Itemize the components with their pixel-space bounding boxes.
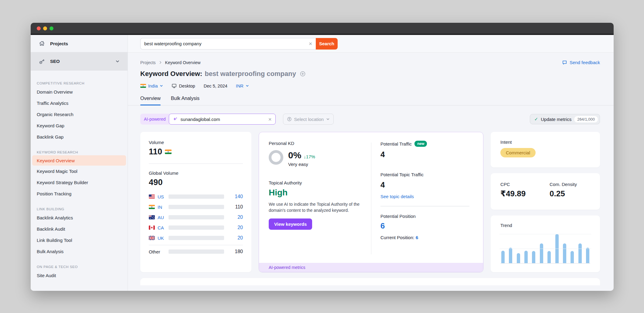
search-button[interactable]: Search bbox=[316, 38, 338, 50]
volume-bar-track bbox=[169, 225, 224, 230]
in-flag-icon bbox=[149, 205, 155, 209]
chevron-down-icon bbox=[160, 84, 163, 88]
trend-bar bbox=[501, 251, 505, 263]
window-titlebar bbox=[31, 23, 614, 34]
country-volume-value[interactable]: 140 bbox=[230, 194, 243, 199]
report-settings-row: India Desktop Dec 5, 2024 INR bbox=[140, 83, 614, 88]
sparkles-icon bbox=[173, 117, 178, 122]
country-selector[interactable]: India bbox=[140, 84, 163, 88]
us-flag-icon bbox=[149, 194, 155, 199]
send-feedback-link[interactable]: Send feedback bbox=[562, 60, 600, 65]
sidebar-item-keyword-magic-tool[interactable]: Keyword Magic Tool bbox=[31, 166, 128, 177]
main-area: × Search Projects Keyword Overview Send … bbox=[128, 35, 614, 291]
sidebar-item-traffic-analytics[interactable]: Traffic Analytics bbox=[31, 98, 128, 109]
domain-input[interactable] bbox=[178, 117, 268, 122]
potential-traffic-value: 4 bbox=[380, 150, 483, 159]
location-select[interactable]: Select location bbox=[283, 114, 334, 125]
update-metrics-button[interactable]: ✓ Update metrics 264/1,000 bbox=[530, 114, 600, 124]
feedback-bubble-icon bbox=[562, 60, 567, 65]
domain-input-box: × bbox=[169, 114, 276, 125]
sidebar-item-keyword-overview[interactable]: Keyword Overview bbox=[32, 155, 126, 166]
page-title: Keyword Overview: best waterproofing com… bbox=[140, 70, 600, 78]
sidebar-item-keyword-gap[interactable]: Keyword Gap bbox=[31, 120, 128, 131]
country-code[interactable]: US bbox=[158, 194, 169, 199]
check-icon: ✓ bbox=[534, 116, 538, 122]
breadcrumb-separator-icon bbox=[159, 61, 162, 64]
sidebar-item-bulk-analysis[interactable]: Bulk Analysis bbox=[31, 246, 128, 257]
keyword-search-input[interactable] bbox=[141, 41, 305, 46]
uk-flag-icon bbox=[149, 236, 155, 240]
sidebar-seo-label: SEO bbox=[50, 59, 60, 64]
card-divider bbox=[380, 206, 469, 206]
potential-traffic-label: Potential Traffic bbox=[380, 141, 412, 146]
see-topic-details-link[interactable]: See topic details bbox=[380, 194, 414, 199]
close-window-button[interactable] bbox=[37, 26, 41, 30]
topical-authority-value: High bbox=[269, 188, 362, 198]
nav-section-link-building: LINK BUILDING bbox=[31, 207, 128, 212]
app-sidebar: Projects SEO COMPETITIVE RESEARCH Domain… bbox=[31, 35, 128, 291]
sidebar-item-site-audit[interactable]: Site Audit bbox=[31, 270, 128, 281]
sidebar-item-seo[interactable]: SEO bbox=[31, 52, 128, 71]
sidebar-item-organic-research[interactable]: Organic Research bbox=[31, 109, 128, 120]
kd-donut-gauge bbox=[269, 150, 283, 165]
send-feedback-label: Send feedback bbox=[570, 60, 600, 65]
trend-bar bbox=[524, 251, 528, 263]
chevron-down-icon[interactable] bbox=[115, 59, 120, 64]
minimize-window-button[interactable] bbox=[43, 26, 47, 30]
tab-bulk-analysis[interactable]: Bulk Analysis bbox=[171, 96, 199, 105]
country-code[interactable]: AU bbox=[158, 215, 169, 220]
sidebar-item-backlink-analytics[interactable]: Backlink Analytics bbox=[31, 212, 128, 223]
topical-authority-label: Topical Authority bbox=[269, 180, 362, 185]
country-volume-value: 110 bbox=[230, 204, 243, 210]
sidebar-item-projects[interactable]: Projects bbox=[31, 35, 128, 52]
sidebar-item-domain-overview[interactable]: Domain Overview bbox=[31, 86, 128, 98]
topical-authority-description: We use AI to indicate the Topical Author… bbox=[269, 201, 363, 214]
country-code[interactable]: CA bbox=[158, 225, 169, 230]
volume-bar-track bbox=[169, 194, 224, 199]
india-flag-icon bbox=[165, 150, 172, 154]
page-title-prefix: Keyword Overview: bbox=[140, 70, 202, 78]
update-metrics-label: Update metrics bbox=[541, 117, 571, 122]
country-volume-value[interactable]: 20 bbox=[230, 225, 243, 230]
clear-domain-icon[interactable]: × bbox=[267, 116, 272, 122]
sidebar-item-backlink-audit[interactable]: Backlink Audit bbox=[31, 223, 128, 235]
chevron-down-icon bbox=[326, 117, 330, 121]
country-volume-row: AU 20 bbox=[149, 212, 243, 222]
country-code[interactable]: UK bbox=[158, 236, 169, 241]
ai-powered-badge: AI-powered bbox=[140, 114, 171, 125]
country-volume-value[interactable]: 20 bbox=[230, 215, 243, 220]
country-code[interactable]: IN bbox=[158, 205, 169, 210]
gridline bbox=[499, 234, 591, 234]
sidebar-item-backlink-gap[interactable]: Backlink Gap bbox=[31, 131, 128, 143]
sidebar-item-keyword-strategy-builder[interactable]: Keyword Strategy Builder bbox=[31, 177, 128, 188]
report-tabs: Overview Bulk Analysis bbox=[128, 96, 614, 105]
potential-position-value: 6 bbox=[380, 221, 483, 231]
breadcrumb-projects[interactable]: Projects bbox=[140, 60, 156, 65]
sidebar-item-position-tracking[interactable]: Position Tracking bbox=[31, 188, 128, 199]
trend-bar bbox=[571, 251, 574, 263]
chevron-down-icon bbox=[246, 84, 249, 88]
tab-overview[interactable]: Overview bbox=[140, 96, 161, 105]
volume-bar-track bbox=[169, 205, 224, 209]
add-keyword-icon[interactable] bbox=[300, 71, 306, 77]
trend-bar-chart bbox=[500, 234, 590, 263]
current-position-value[interactable]: 6 bbox=[416, 235, 418, 240]
clear-search-icon[interactable]: × bbox=[305, 41, 316, 46]
cpc-card: CPC ₹49.89 Com. Density 0.25 bbox=[491, 173, 600, 210]
next-section-card bbox=[140, 278, 600, 285]
kd-difficulty-label: Very easy bbox=[288, 162, 315, 167]
cpc-value: ₹49.89 bbox=[500, 189, 550, 198]
intent-commercial-badge: Commercial bbox=[500, 148, 536, 157]
competitive-density-label: Com. Density bbox=[550, 182, 590, 187]
report-content: AI-powered × Select location bbox=[128, 105, 614, 291]
personal-kd-card: Personal KD 0% ↓17% Very easy bbox=[259, 132, 483, 272]
currency-selector[interactable]: INR bbox=[236, 84, 249, 88]
personal-kd-label: Personal KD bbox=[269, 141, 362, 146]
maximize-window-button[interactable] bbox=[49, 26, 53, 30]
country-volume-row: CA 20 bbox=[149, 222, 243, 233]
sidebar-item-link-building-tool[interactable]: Link Building Tool bbox=[31, 235, 128, 246]
trend-bar bbox=[540, 243, 543, 263]
country-volume-value[interactable]: 20 bbox=[230, 235, 243, 241]
date-label: Dec 5, 2024 bbox=[204, 84, 227, 88]
view-keywords-button[interactable]: View keywords bbox=[269, 218, 312, 230]
